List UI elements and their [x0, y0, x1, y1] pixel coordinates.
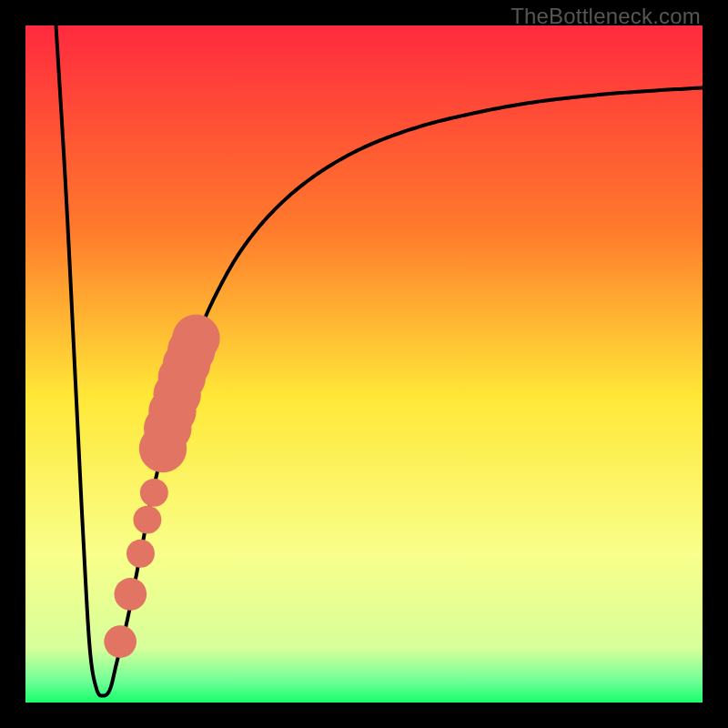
watermark-text: TheBottleneck.com	[511, 4, 701, 29]
marker-point	[140, 479, 168, 507]
marker-point	[104, 625, 136, 658]
marker-point	[126, 540, 155, 568]
chart-svg	[25, 25, 703, 703]
marker-point	[172, 315, 219, 362]
chart-frame	[25, 25, 703, 703]
marker-point	[133, 506, 161, 534]
marker-point	[114, 578, 147, 611]
